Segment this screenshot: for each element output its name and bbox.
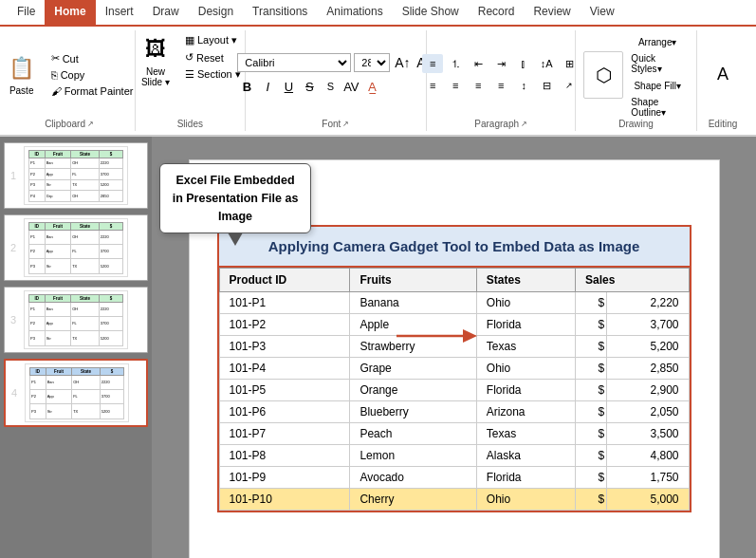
convert-to-smartart-button[interactable]: ⊞ [559, 54, 580, 73]
col-header-sales: Sales [576, 268, 689, 291]
font-group: Calibri 28 A↑ A↓ B I U S S AV A̲ [249, 30, 428, 131]
slide-thumb-1[interactable]: 1 IDFruitState$ P1BanOH2220 P2AppFL3700 … [4, 142, 148, 209]
mini-table-3: IDFruitState$ P1BanOH2220 P2AppFL3700 P3… [28, 294, 123, 346]
table-cell-4-3: $ [576, 379, 607, 400]
table-cell-3-3: $ [576, 357, 607, 379]
paste-label: Paste [9, 85, 34, 96]
table-cell-9-1: Cherry [350, 488, 476, 510]
align-center-button[interactable]: ≡ [445, 76, 466, 95]
ribbon: File Home Insert Draw Design Transitions… [0, 0, 756, 137]
slide-num-1: 1 [8, 170, 19, 181]
tab-slideshow[interactable]: Slide Show [393, 0, 469, 25]
tab-transitions[interactable]: Transitions [243, 0, 317, 25]
arrange-button[interactable]: Arrange▾ [626, 32, 689, 51]
tab-view[interactable]: View [581, 0, 624, 25]
font-format-buttons: B I U S S AV A̲ [237, 77, 433, 96]
font-family-select[interactable]: Calibri [237, 53, 351, 72]
tab-design[interactable]: Design [189, 0, 243, 25]
layout-button[interactable]: ▦ Layout ▾ [180, 32, 246, 48]
paste-button[interactable]: 📋 Paste [1, 51, 43, 98]
slide-thumb-4[interactable]: 4 IDFruitState$ P1BanOH2220 P2AppFL3700 … [4, 359, 148, 427]
text-direction-button[interactable]: ↕A [536, 54, 557, 73]
slide-thumb-3[interactable]: 3 IDFruitState$ P1BanOH2220 P2AppFL3700 … [4, 287, 148, 353]
table-cell-8-3: $ [576, 466, 607, 488]
quick-styles-button[interactable]: Quick Styles▾ [626, 54, 689, 73]
tab-file[interactable]: File [8, 0, 45, 25]
tab-home[interactable]: Home [45, 0, 95, 25]
table-row: 101-P7PeachTexas$3,500 [219, 422, 689, 444]
slide-num-3: 3 [8, 314, 19, 326]
font-increase-button[interactable]: A↑ [393, 53, 412, 72]
table-cell-4-2: Florida [476, 379, 575, 400]
table-cell-0-4: 2,220 [607, 291, 689, 313]
table-cell-8-1: Avocado [350, 466, 476, 488]
underline-button[interactable]: U [279, 77, 298, 96]
mini-table-4: IDFruitState$ P1BanOH2220 P2AppFL3700 P3… [29, 367, 124, 419]
tab-review[interactable]: Review [524, 0, 580, 25]
table-cell-8-4: 1,750 [607, 466, 689, 488]
paragraph-expander-icon[interactable]: ↗ [559, 76, 580, 95]
font-selectors: Calibri 28 A↑ A↓ [237, 53, 433, 72]
tab-insert[interactable]: Insert [96, 0, 143, 25]
font-expander-icon[interactable]: ↗ [342, 120, 349, 128]
editing-label: Editing [709, 119, 738, 129]
table-cell-3-1: Grape [350, 357, 476, 379]
cut-button[interactable]: ✂ Cut [46, 50, 138, 66]
table-cell-7-2: Alaska [476, 444, 575, 466]
table-cell-2-3: $ [576, 335, 607, 357]
numbering-button[interactable]: ⒈ [445, 54, 466, 73]
copy-button[interactable]: ⎘ Copy [46, 67, 138, 83]
slide-thumbnail-1: IDFruitState$ P1BanOH2220 P2AppFL3700 P3… [24, 146, 128, 205]
reset-button[interactable]: ↺ Reset [180, 49, 246, 65]
clipboard-expander-icon[interactable]: ↗ [87, 120, 94, 128]
bullets-button[interactable]: ≡ [422, 54, 443, 73]
char-spacing-button[interactable]: AV [341, 77, 360, 96]
paragraph-expander[interactable]: ↗ [521, 120, 527, 128]
shape-outline-button[interactable]: Shape Outline▾ [626, 98, 689, 117]
data-table: Product ID Fruits States Sales 101-P1Ban… [219, 268, 690, 511]
text-box-button[interactable]: A [712, 63, 733, 86]
bold-button[interactable]: B [237, 77, 256, 96]
table-cell-9-2: Ohio [476, 488, 575, 510]
svg-marker-1 [463, 329, 477, 343]
section-icon: ☰ [185, 68, 194, 81]
align-left-button[interactable]: ≡ [422, 76, 443, 95]
paragraph-buttons-top: ≡ ⒈ ⇤ ⇥ ⫿ ↕A ⊞ [422, 54, 580, 73]
format-painter-button[interactable]: 🖌 Format Painter [46, 84, 138, 99]
main-area: 1 IDFruitState$ P1BanOH2220 P2AppFL3700 … [0, 137, 756, 558]
slide-thumb-2[interactable]: 2 IDFruitState$ P1BanOH2220 P2AppFL3700 … [4, 214, 148, 281]
strikethrough-button[interactable]: S [300, 77, 319, 96]
font-size-select[interactable]: 28 [354, 53, 390, 72]
new-slide-button[interactable]: 🖼 NewSlide ▾ [135, 32, 176, 89]
tab-animations[interactable]: Animations [317, 0, 392, 25]
table-cell-2-2: Texas [476, 335, 575, 357]
table-cell-9-3: $ [576, 488, 607, 510]
table-cell-2-0: 101-P3 [219, 335, 350, 357]
table-cell-0-3: $ [576, 291, 607, 313]
justify-button[interactable]: ≡ [490, 76, 511, 95]
font-color-button[interactable]: A̲ [362, 77, 381, 96]
shapes-box[interactable]: ⬡ [583, 51, 623, 99]
table-cell-5-1: Blueberry [350, 400, 476, 422]
drawing-label: Drawing [618, 119, 654, 129]
table-cell-6-3: $ [576, 422, 607, 444]
italic-button[interactable]: I [258, 77, 277, 96]
section-button[interactable]: ☰ Section ▾ [180, 66, 246, 83]
increase-indent-button[interactable]: ⇥ [490, 54, 511, 73]
table-cell-8-2: Florida [476, 466, 575, 488]
mini-table-2: IDFruitState$ P1BanOH2220 P2AppFL3700 P3… [28, 222, 123, 274]
shadow-button[interactable]: S [321, 77, 340, 96]
align-right-button[interactable]: ≡ [468, 76, 489, 95]
shape-fill-button[interactable]: Shape Fill▾ [626, 76, 689, 95]
line-spacing-button[interactable]: ↕ [513, 76, 534, 95]
slides-sub: ▦ Layout ▾ ↺ Reset ☰ Section ▾ [180, 32, 246, 83]
table-row: 101-P9AvocadoFlorida$1,750 [219, 466, 689, 488]
tab-draw[interactable]: Draw [143, 0, 189, 25]
add-remove-column-button[interactable]: ⊟ [536, 76, 557, 95]
slides-label: Slides [177, 119, 203, 129]
tab-record[interactable]: Record [469, 0, 525, 25]
decrease-indent-button[interactable]: ⇤ [468, 54, 489, 73]
columns-button[interactable]: ⫿ [513, 54, 534, 73]
paragraph-buttons-bottom: ≡ ≡ ≡ ≡ ↕ ⊟ ↗ [422, 76, 580, 95]
paragraph-label: Paragraph ↗ [474, 119, 527, 129]
